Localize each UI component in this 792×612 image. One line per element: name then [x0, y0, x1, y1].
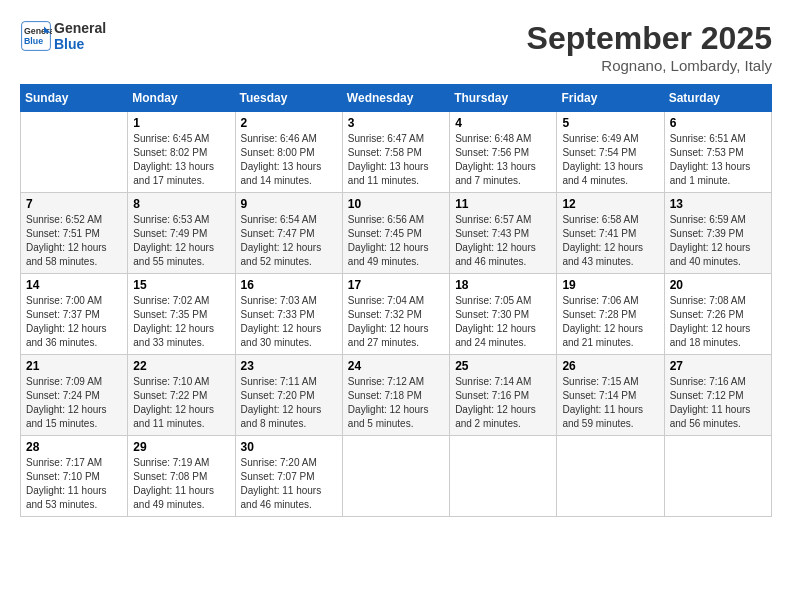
calendar-cell: 12Sunrise: 6:58 AMSunset: 7:41 PMDayligh… — [557, 193, 664, 274]
day-info: Sunrise: 7:20 AMSunset: 7:07 PMDaylight:… — [241, 456, 337, 512]
calendar-week-3: 14Sunrise: 7:00 AMSunset: 7:37 PMDayligh… — [21, 274, 772, 355]
calendar-week-1: 1Sunrise: 6:45 AMSunset: 8:02 PMDaylight… — [21, 112, 772, 193]
calendar-cell — [342, 436, 449, 517]
day-info: Sunrise: 7:12 AMSunset: 7:18 PMDaylight:… — [348, 375, 444, 431]
day-info: Sunrise: 7:06 AMSunset: 7:28 PMDaylight:… — [562, 294, 658, 350]
calendar-cell: 16Sunrise: 7:03 AMSunset: 7:33 PMDayligh… — [235, 274, 342, 355]
day-info: Sunrise: 7:00 AMSunset: 7:37 PMDaylight:… — [26, 294, 122, 350]
day-info: Sunrise: 7:09 AMSunset: 7:24 PMDaylight:… — [26, 375, 122, 431]
weekday-header-monday: Monday — [128, 85, 235, 112]
calendar-cell: 14Sunrise: 7:00 AMSunset: 7:37 PMDayligh… — [21, 274, 128, 355]
svg-text:Blue: Blue — [24, 36, 43, 46]
day-number: 9 — [241, 197, 337, 211]
day-number: 17 — [348, 278, 444, 292]
title-block: September 2025 Rognano, Lombardy, Italy — [527, 20, 772, 74]
day-number: 8 — [133, 197, 229, 211]
weekday-header-row: SundayMondayTuesdayWednesdayThursdayFrid… — [21, 85, 772, 112]
logo-text-general: General — [54, 20, 106, 36]
day-number: 1 — [133, 116, 229, 130]
day-info: Sunrise: 7:03 AMSunset: 7:33 PMDaylight:… — [241, 294, 337, 350]
calendar-cell: 22Sunrise: 7:10 AMSunset: 7:22 PMDayligh… — [128, 355, 235, 436]
calendar-cell: 6Sunrise: 6:51 AMSunset: 7:53 PMDaylight… — [664, 112, 771, 193]
day-number: 11 — [455, 197, 551, 211]
day-info: Sunrise: 6:56 AMSunset: 7:45 PMDaylight:… — [348, 213, 444, 269]
calendar-cell: 24Sunrise: 7:12 AMSunset: 7:18 PMDayligh… — [342, 355, 449, 436]
logo-icon: General Blue — [20, 20, 52, 52]
day-number: 24 — [348, 359, 444, 373]
calendar-cell: 1Sunrise: 6:45 AMSunset: 8:02 PMDaylight… — [128, 112, 235, 193]
calendar-cell: 7Sunrise: 6:52 AMSunset: 7:51 PMDaylight… — [21, 193, 128, 274]
page-header: General Blue General Blue September 2025… — [20, 20, 772, 74]
day-info: Sunrise: 6:46 AMSunset: 8:00 PMDaylight:… — [241, 132, 337, 188]
day-info: Sunrise: 6:48 AMSunset: 7:56 PMDaylight:… — [455, 132, 551, 188]
weekday-header-friday: Friday — [557, 85, 664, 112]
logo-text-blue: Blue — [54, 36, 106, 52]
calendar-cell: 28Sunrise: 7:17 AMSunset: 7:10 PMDayligh… — [21, 436, 128, 517]
day-number: 19 — [562, 278, 658, 292]
day-number: 12 — [562, 197, 658, 211]
day-number: 3 — [348, 116, 444, 130]
day-number: 22 — [133, 359, 229, 373]
calendar-cell: 26Sunrise: 7:15 AMSunset: 7:14 PMDayligh… — [557, 355, 664, 436]
calendar-cell: 15Sunrise: 7:02 AMSunset: 7:35 PMDayligh… — [128, 274, 235, 355]
logo: General Blue General Blue — [20, 20, 106, 52]
day-number: 27 — [670, 359, 766, 373]
day-number: 30 — [241, 440, 337, 454]
day-info: Sunrise: 7:05 AMSunset: 7:30 PMDaylight:… — [455, 294, 551, 350]
day-number: 2 — [241, 116, 337, 130]
calendar-cell — [557, 436, 664, 517]
calendar-cell: 19Sunrise: 7:06 AMSunset: 7:28 PMDayligh… — [557, 274, 664, 355]
day-info: Sunrise: 7:19 AMSunset: 7:08 PMDaylight:… — [133, 456, 229, 512]
month-title: September 2025 — [527, 20, 772, 57]
calendar-week-5: 28Sunrise: 7:17 AMSunset: 7:10 PMDayligh… — [21, 436, 772, 517]
calendar-cell: 4Sunrise: 6:48 AMSunset: 7:56 PMDaylight… — [450, 112, 557, 193]
calendar-cell: 23Sunrise: 7:11 AMSunset: 7:20 PMDayligh… — [235, 355, 342, 436]
day-info: Sunrise: 6:49 AMSunset: 7:54 PMDaylight:… — [562, 132, 658, 188]
calendar-cell: 11Sunrise: 6:57 AMSunset: 7:43 PMDayligh… — [450, 193, 557, 274]
calendar-cell — [664, 436, 771, 517]
day-number: 23 — [241, 359, 337, 373]
day-info: Sunrise: 6:59 AMSunset: 7:39 PMDaylight:… — [670, 213, 766, 269]
calendar-cell: 27Sunrise: 7:16 AMSunset: 7:12 PMDayligh… — [664, 355, 771, 436]
day-info: Sunrise: 7:15 AMSunset: 7:14 PMDaylight:… — [562, 375, 658, 431]
calendar-cell: 20Sunrise: 7:08 AMSunset: 7:26 PMDayligh… — [664, 274, 771, 355]
day-info: Sunrise: 7:04 AMSunset: 7:32 PMDaylight:… — [348, 294, 444, 350]
day-info: Sunrise: 7:17 AMSunset: 7:10 PMDaylight:… — [26, 456, 122, 512]
calendar-cell: 8Sunrise: 6:53 AMSunset: 7:49 PMDaylight… — [128, 193, 235, 274]
calendar-week-2: 7Sunrise: 6:52 AMSunset: 7:51 PMDaylight… — [21, 193, 772, 274]
day-info: Sunrise: 6:53 AMSunset: 7:49 PMDaylight:… — [133, 213, 229, 269]
day-info: Sunrise: 6:47 AMSunset: 7:58 PMDaylight:… — [348, 132, 444, 188]
calendar-cell: 29Sunrise: 7:19 AMSunset: 7:08 PMDayligh… — [128, 436, 235, 517]
calendar-cell: 10Sunrise: 6:56 AMSunset: 7:45 PMDayligh… — [342, 193, 449, 274]
day-info: Sunrise: 7:11 AMSunset: 7:20 PMDaylight:… — [241, 375, 337, 431]
day-info: Sunrise: 7:16 AMSunset: 7:12 PMDaylight:… — [670, 375, 766, 431]
calendar-cell: 21Sunrise: 7:09 AMSunset: 7:24 PMDayligh… — [21, 355, 128, 436]
weekday-header-wednesday: Wednesday — [342, 85, 449, 112]
day-number: 28 — [26, 440, 122, 454]
day-number: 20 — [670, 278, 766, 292]
day-info: Sunrise: 6:58 AMSunset: 7:41 PMDaylight:… — [562, 213, 658, 269]
day-number: 18 — [455, 278, 551, 292]
weekday-header-tuesday: Tuesday — [235, 85, 342, 112]
day-info: Sunrise: 6:51 AMSunset: 7:53 PMDaylight:… — [670, 132, 766, 188]
day-info: Sunrise: 7:02 AMSunset: 7:35 PMDaylight:… — [133, 294, 229, 350]
calendar-cell: 18Sunrise: 7:05 AMSunset: 7:30 PMDayligh… — [450, 274, 557, 355]
day-number: 15 — [133, 278, 229, 292]
calendar-cell: 3Sunrise: 6:47 AMSunset: 7:58 PMDaylight… — [342, 112, 449, 193]
day-number: 4 — [455, 116, 551, 130]
day-info: Sunrise: 7:10 AMSunset: 7:22 PMDaylight:… — [133, 375, 229, 431]
calendar-week-4: 21Sunrise: 7:09 AMSunset: 7:24 PMDayligh… — [21, 355, 772, 436]
day-info: Sunrise: 7:08 AMSunset: 7:26 PMDaylight:… — [670, 294, 766, 350]
day-info: Sunrise: 6:52 AMSunset: 7:51 PMDaylight:… — [26, 213, 122, 269]
day-number: 10 — [348, 197, 444, 211]
calendar-table: SundayMondayTuesdayWednesdayThursdayFrid… — [20, 84, 772, 517]
weekday-header-thursday: Thursday — [450, 85, 557, 112]
day-info: Sunrise: 7:14 AMSunset: 7:16 PMDaylight:… — [455, 375, 551, 431]
calendar-cell — [21, 112, 128, 193]
weekday-header-sunday: Sunday — [21, 85, 128, 112]
weekday-header-saturday: Saturday — [664, 85, 771, 112]
day-number: 16 — [241, 278, 337, 292]
calendar-cell: 2Sunrise: 6:46 AMSunset: 8:00 PMDaylight… — [235, 112, 342, 193]
day-number: 29 — [133, 440, 229, 454]
day-number: 6 — [670, 116, 766, 130]
